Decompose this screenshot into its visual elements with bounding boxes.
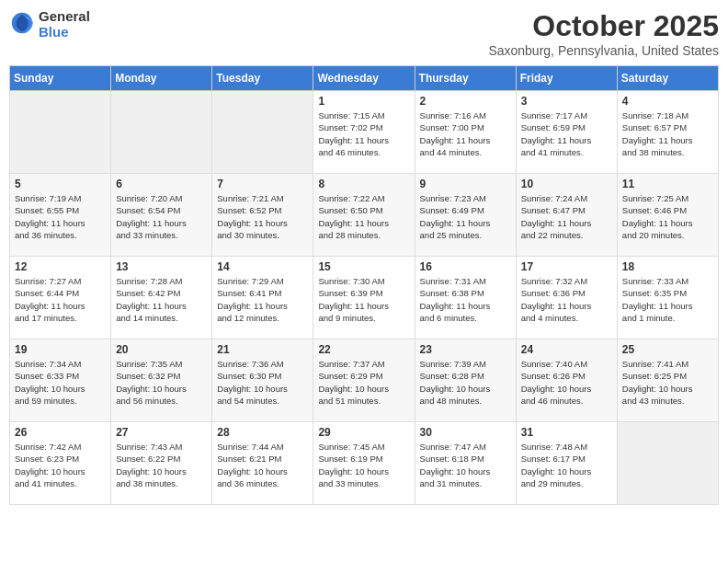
calendar-cell: 23Sunrise: 7:39 AM Sunset: 6:28 PM Dayli… xyxy=(415,339,516,422)
day-number: 10 xyxy=(521,178,612,190)
day-number: 24 xyxy=(521,343,612,356)
weekday-header-wednesday: Wednesday xyxy=(313,66,415,91)
day-info: Sunrise: 7:29 AM Sunset: 6:41 PM Dayligh… xyxy=(217,275,308,324)
day-number: 4 xyxy=(622,95,713,108)
day-info: Sunrise: 7:39 AM Sunset: 6:28 PM Dayligh… xyxy=(420,358,511,407)
calendar-cell: 15Sunrise: 7:30 AM Sunset: 6:39 PM Dayli… xyxy=(313,257,415,339)
day-number: 18 xyxy=(622,260,713,273)
day-info: Sunrise: 7:42 AM Sunset: 6:23 PM Dayligh… xyxy=(15,441,106,489)
day-number: 15 xyxy=(318,260,409,273)
day-info: Sunrise: 7:48 AM Sunset: 6:17 PM Dayligh… xyxy=(521,441,612,489)
weekday-header-row: SundayMondayTuesdayWednesdayThursdayFrid… xyxy=(10,66,719,91)
calendar-cell: 18Sunrise: 7:33 AM Sunset: 6:35 PM Dayli… xyxy=(617,257,718,339)
day-info: Sunrise: 7:20 AM Sunset: 6:54 PM Dayligh… xyxy=(116,192,207,241)
day-number: 29 xyxy=(318,426,409,439)
calendar-cell: 14Sunrise: 7:29 AM Sunset: 6:41 PM Dayli… xyxy=(212,257,313,339)
day-number: 23 xyxy=(420,343,511,356)
calendar-cell: 21Sunrise: 7:36 AM Sunset: 6:30 PM Dayli… xyxy=(212,339,313,422)
day-info: Sunrise: 7:31 AM Sunset: 6:38 PM Dayligh… xyxy=(420,275,511,324)
day-number: 16 xyxy=(420,260,511,273)
weekday-header-monday: Monday xyxy=(111,66,212,91)
logo-text-blue: Blue xyxy=(39,25,90,40)
calendar-cell: 24Sunrise: 7:40 AM Sunset: 6:26 PM Dayli… xyxy=(516,339,617,422)
calendar-cell: 6Sunrise: 7:20 AM Sunset: 6:54 PM Daylig… xyxy=(111,174,212,257)
day-info: Sunrise: 7:40 AM Sunset: 6:26 PM Dayligh… xyxy=(521,358,612,407)
calendar-cell xyxy=(617,422,718,505)
calendar-cell: 12Sunrise: 7:27 AM Sunset: 6:44 PM Dayli… xyxy=(10,257,111,339)
day-number: 26 xyxy=(15,426,106,439)
day-info: Sunrise: 7:24 AM Sunset: 6:47 PM Dayligh… xyxy=(521,192,612,241)
day-info: Sunrise: 7:21 AM Sunset: 6:52 PM Dayligh… xyxy=(217,192,308,241)
day-number: 25 xyxy=(622,343,713,356)
calendar-cell: 17Sunrise: 7:32 AM Sunset: 6:36 PM Dayli… xyxy=(516,257,617,339)
calendar-cell: 10Sunrise: 7:24 AM Sunset: 6:47 PM Dayli… xyxy=(516,174,617,257)
day-number: 17 xyxy=(521,260,612,273)
day-info: Sunrise: 7:44 AM Sunset: 6:21 PM Dayligh… xyxy=(217,441,308,489)
calendar-cell: 11Sunrise: 7:25 AM Sunset: 6:46 PM Dayli… xyxy=(617,174,718,257)
calendar-cell xyxy=(10,91,111,174)
day-info: Sunrise: 7:34 AM Sunset: 6:33 PM Dayligh… xyxy=(15,358,106,407)
logo-icon xyxy=(9,10,35,40)
logo: General Blue xyxy=(9,9,90,40)
calendar-cell: 3Sunrise: 7:17 AM Sunset: 6:59 PM Daylig… xyxy=(516,91,617,174)
day-number: 9 xyxy=(420,178,511,190)
calendar-cell: 31Sunrise: 7:48 AM Sunset: 6:17 PM Dayli… xyxy=(516,422,617,505)
weekday-header-sunday: Sunday xyxy=(10,66,111,91)
calendar-subtitle: Saxonburg, Pennsylvania, United States xyxy=(488,43,719,58)
day-number: 27 xyxy=(116,426,207,439)
day-info: Sunrise: 7:15 AM Sunset: 7:02 PM Dayligh… xyxy=(318,109,409,158)
day-number: 12 xyxy=(15,260,106,273)
day-number: 21 xyxy=(217,343,308,356)
calendar-cell: 30Sunrise: 7:47 AM Sunset: 6:18 PM Dayli… xyxy=(415,422,516,505)
calendar-cell: 8Sunrise: 7:22 AM Sunset: 6:50 PM Daylig… xyxy=(313,174,415,257)
day-info: Sunrise: 7:23 AM Sunset: 6:49 PM Dayligh… xyxy=(420,192,511,241)
day-info: Sunrise: 7:18 AM Sunset: 6:57 PM Dayligh… xyxy=(622,109,713,158)
day-info: Sunrise: 7:17 AM Sunset: 6:59 PM Dayligh… xyxy=(521,109,612,158)
weekday-header-friday: Friday xyxy=(516,66,617,91)
calendar-cell: 9Sunrise: 7:23 AM Sunset: 6:49 PM Daylig… xyxy=(415,174,516,257)
logo-text-general: General xyxy=(39,9,90,25)
calendar-cell: 25Sunrise: 7:41 AM Sunset: 6:25 PM Dayli… xyxy=(617,339,718,422)
day-number: 14 xyxy=(217,260,308,273)
day-info: Sunrise: 7:33 AM Sunset: 6:35 PM Dayligh… xyxy=(622,275,713,324)
calendar-cell: 13Sunrise: 7:28 AM Sunset: 6:42 PM Dayli… xyxy=(111,257,212,339)
day-info: Sunrise: 7:28 AM Sunset: 6:42 PM Dayligh… xyxy=(116,275,207,324)
calendar-cell: 5Sunrise: 7:19 AM Sunset: 6:55 PM Daylig… xyxy=(10,174,111,257)
weekday-header-saturday: Saturday xyxy=(617,66,718,91)
calendar-week-row: 5Sunrise: 7:19 AM Sunset: 6:55 PM Daylig… xyxy=(10,174,719,257)
day-number: 13 xyxy=(116,260,207,273)
day-info: Sunrise: 7:45 AM Sunset: 6:19 PM Dayligh… xyxy=(318,441,409,489)
calendar-cell: 28Sunrise: 7:44 AM Sunset: 6:21 PM Dayli… xyxy=(212,422,313,505)
calendar-cell: 16Sunrise: 7:31 AM Sunset: 6:38 PM Dayli… xyxy=(415,257,516,339)
day-info: Sunrise: 7:35 AM Sunset: 6:32 PM Dayligh… xyxy=(116,358,207,407)
calendar-week-row: 12Sunrise: 7:27 AM Sunset: 6:44 PM Dayli… xyxy=(10,257,719,339)
day-info: Sunrise: 7:27 AM Sunset: 6:44 PM Dayligh… xyxy=(15,275,106,324)
day-number: 20 xyxy=(116,343,207,356)
calendar-cell: 20Sunrise: 7:35 AM Sunset: 6:32 PM Dayli… xyxy=(111,339,212,422)
calendar-cell: 22Sunrise: 7:37 AM Sunset: 6:29 PM Dayli… xyxy=(313,339,415,422)
day-info: Sunrise: 7:22 AM Sunset: 6:50 PM Dayligh… xyxy=(318,192,409,241)
day-number: 28 xyxy=(217,426,308,439)
calendar-title: October 2025 xyxy=(488,9,719,43)
day-number: 1 xyxy=(318,95,409,108)
day-info: Sunrise: 7:47 AM Sunset: 6:18 PM Dayligh… xyxy=(420,441,511,489)
day-number: 8 xyxy=(318,178,409,190)
calendar-cell: 27Sunrise: 7:43 AM Sunset: 6:22 PM Dayli… xyxy=(111,422,212,505)
day-info: Sunrise: 7:37 AM Sunset: 6:29 PM Dayligh… xyxy=(318,358,409,407)
calendar-cell: 26Sunrise: 7:42 AM Sunset: 6:23 PM Dayli… xyxy=(10,422,111,505)
day-number: 19 xyxy=(15,343,106,356)
calendar-cell xyxy=(212,91,313,174)
weekday-header-tuesday: Tuesday xyxy=(212,66,313,91)
day-number: 2 xyxy=(420,95,511,108)
calendar-cell: 4Sunrise: 7:18 AM Sunset: 6:57 PM Daylig… xyxy=(617,91,718,174)
day-number: 3 xyxy=(521,95,612,108)
day-info: Sunrise: 7:43 AM Sunset: 6:22 PM Dayligh… xyxy=(116,441,207,489)
calendar-cell: 7Sunrise: 7:21 AM Sunset: 6:52 PM Daylig… xyxy=(212,174,313,257)
day-number: 5 xyxy=(15,178,106,190)
calendar-cell: 19Sunrise: 7:34 AM Sunset: 6:33 PM Dayli… xyxy=(10,339,111,422)
day-number: 31 xyxy=(521,426,612,439)
day-info: Sunrise: 7:30 AM Sunset: 6:39 PM Dayligh… xyxy=(318,275,409,324)
calendar-cell xyxy=(111,91,212,174)
day-number: 22 xyxy=(318,343,409,356)
page-header: General Blue October 2025 Saxonburg, Pen… xyxy=(9,9,719,58)
